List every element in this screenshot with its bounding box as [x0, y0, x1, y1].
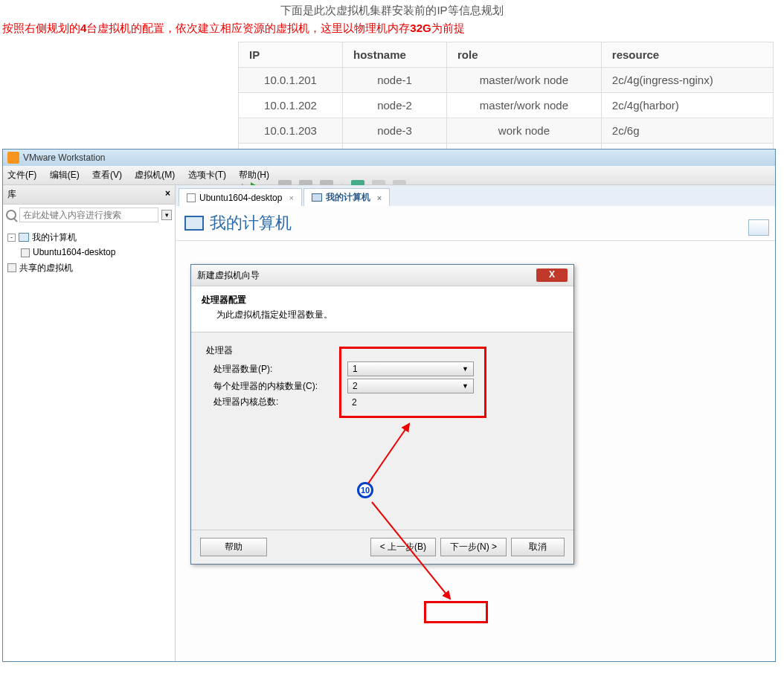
th-hostname: hostname: [343, 42, 447, 68]
table-row: 10.0.1.203node-3work node2c/6g: [239, 118, 774, 144]
th-ip: IP: [239, 42, 343, 68]
window-title-text: VMware Workstation: [23, 152, 105, 163]
top-caption: 下面是此次虚拟机集群安装前的IP等信息规划: [0, 4, 784, 18]
window-titlebar[interactable]: VMware Workstation: [3, 150, 775, 166]
red-instruction: 按照右侧规划的4台虚拟机的配置，依次建立相应资源的虚拟机，这里以物理机内存32G…: [2, 22, 784, 36]
table-row: 10.0.1.202node-2master/work node2c/4g(ha…: [239, 93, 774, 118]
menu-bar: 文件(F) 编辑(E) 查看(V) 虚拟机(M) 选项卡(T) 帮助(H): [3, 166, 775, 169]
th-resource: resource: [601, 42, 773, 68]
vmware-window: VMware Workstation 文件(F) 编辑(E) 查看(V) 虚拟机…: [2, 149, 776, 169]
vmware-logo-icon: [7, 152, 19, 164]
table-row: 10.0.1.201node-1master/work node2c/4g(in…: [239, 68, 774, 93]
th-role: role: [447, 42, 602, 68]
